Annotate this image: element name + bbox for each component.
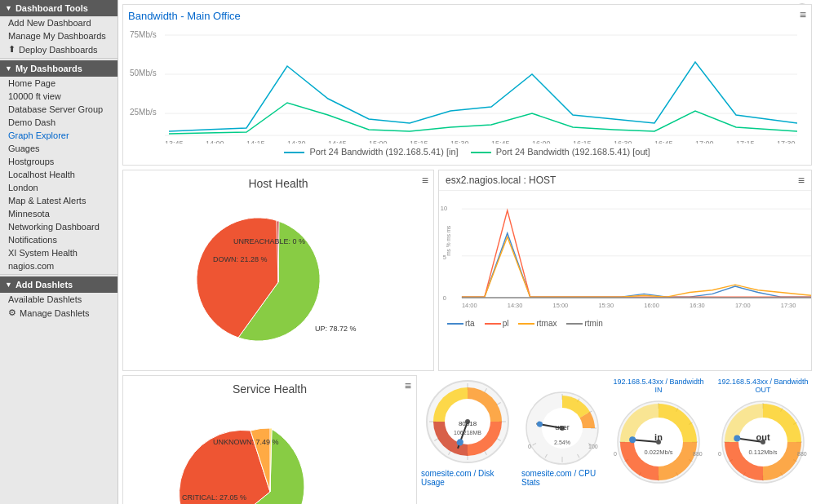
- svg-text:0.022Mb/s: 0.022Mb/s: [644, 449, 672, 456]
- svg-text:in: in: [654, 432, 663, 442]
- sidebar-item-localhost-health[interactable]: Localhost Health: [0, 168, 118, 181]
- bottom-row: Service Health ≡ UNKNOWN: 7.49 % CRITICA…: [122, 375, 812, 504]
- svg-text:14:15: 14:15: [246, 139, 265, 144]
- service-health-title: Service Health: [123, 376, 416, 402]
- esx-panel: esx2.nagios.local : HOST ≡ 10 5 0 ms % m…: [438, 170, 812, 371]
- legend-out-item: Port 24 Bandwidth (192.168.5.41) [out]: [471, 147, 650, 157]
- bandwidth-menu-icon[interactable]: ≡: [800, 8, 806, 21]
- disk-usage-container: 80318 106218MB somesite.com / Disk Usage: [421, 375, 515, 487]
- svg-text:13:45: 13:45: [165, 139, 184, 144]
- svg-text:15:15: 15:15: [410, 139, 428, 144]
- bw-out-title: 192.168.5.43xx / Bandwidth OUT: [714, 378, 812, 394]
- tools-section-label: Dashboard Tools: [16, 3, 88, 13]
- bw-in-gauge-container: in 0 880 0.022Mb/s: [610, 397, 707, 487]
- bw-gauges-row: in 0 880 0.022Mb/s: [610, 397, 812, 487]
- svg-text:0: 0: [718, 451, 721, 457]
- sidebar-item-networking[interactable]: Networking Dashboard: [0, 220, 118, 233]
- sidebar-tools-header: ▼ Dashboard Tools: [0, 0, 118, 16]
- sidebar-item-add-dashboard[interactable]: Add New Dashboard: [0, 16, 118, 29]
- sidebar-item-xi-system[interactable]: XI System Health: [0, 246, 118, 259]
- sidebar-item-hostgroups[interactable]: Hostgroups: [0, 155, 118, 168]
- main-content: ? Bandwidth - Main Office ≡ 75Mb/s 50Mb/…: [118, 0, 816, 504]
- sidebar-my-dashboards-header: ▼ My Dashboards: [0, 60, 118, 77]
- bandwidth-legend: Port 24 Bandwidth (192.168.5.41) [in] Po…: [128, 144, 806, 160]
- top-gauges-row: 80318 106218MB somesite.com / Disk Usage: [421, 375, 812, 487]
- svg-text:DOWN: 21.28 %: DOWN: 21.28 %: [213, 255, 268, 263]
- esx-legend: rta pl rtmax rtmin: [439, 317, 811, 329]
- svg-text:25Mb/s: 25Mb/s: [130, 108, 157, 117]
- bw-gauges-wrapper: 192.168.5.43xx / Bandwidth IN 192.168.5.…: [610, 378, 812, 487]
- host-health-pie-container: UNREACHABLE: 0 % DOWN: 21.28 % UP: 78.72…: [123, 197, 433, 370]
- sidebar-item-minnesota[interactable]: Minnesota: [0, 207, 118, 220]
- svg-text:UNREACHABLE: 0 %: UNREACHABLE: 0 %: [233, 237, 305, 245]
- svg-text:UNKNOWN: 7.49 %: UNKNOWN: 7.49 %: [213, 438, 279, 446]
- bandwidth-title: Bandwidth - Main Office: [128, 10, 806, 22]
- esx-chart-svg: 10 5 0 ms % ms ms 14:00 14:30 15:00 15:3…: [439, 191, 811, 317]
- middle-row: Host Health ≡: [122, 170, 812, 371]
- svg-text:16:00: 16:00: [644, 302, 659, 309]
- esx-title: esx2.nagios.local : HOST: [446, 175, 556, 186]
- deploy-icon: ⬆: [8, 44, 16, 55]
- svg-text:15:00: 15:00: [553, 302, 569, 309]
- sidebar-item-demo-dash[interactable]: Demo Dash: [0, 116, 118, 129]
- sidebar-item-map-alerts[interactable]: Map & Latest Alerts: [0, 194, 118, 207]
- svg-text:15:45: 15:45: [491, 139, 510, 144]
- cpu-stats-link[interactable]: somesite.com / CPU Stats: [521, 469, 603, 487]
- bandwidth-panel: Bandwidth - Main Office ≡ 75Mb/s 50Mb/s …: [122, 4, 812, 166]
- sidebar-item-manage-dashlets[interactable]: ⚙ Manage Dashlets: [0, 306, 118, 320]
- svg-text:14:00: 14:00: [206, 139, 224, 144]
- sidebar-item-notifications[interactable]: Notifications: [0, 233, 118, 246]
- dashlets-arrow-icon: ▼: [5, 281, 12, 289]
- service-health-pie-container: UNKNOWN: 7.49 % CRITICAL: 27.05 % WARNIN…: [123, 402, 416, 504]
- sidebar-divider-2: [0, 274, 118, 275]
- sidebar-item-guages[interactable]: Guages: [0, 142, 118, 155]
- svg-text:15:00: 15:00: [369, 139, 388, 144]
- svg-text:UP: 78.72 %: UP: 78.72 %: [315, 325, 357, 333]
- service-health-menu[interactable]: ≡: [405, 379, 411, 392]
- sidebar-item-deploy-dashboards[interactable]: ⬆ Deploy Dashboards: [0, 42, 118, 56]
- svg-text:15:30: 15:30: [598, 302, 614, 309]
- svg-text:14:30: 14:30: [508, 302, 523, 309]
- sidebar-item-nagios-com[interactable]: nagios.com: [0, 259, 118, 272]
- sidebar-item-graph-explorer[interactable]: Graph Explorer: [0, 129, 118, 142]
- bandwidth-in-line: [169, 62, 797, 131]
- bw-out-gauge-container: out 0 880 0.112Mb/s: [714, 397, 812, 487]
- sidebar-item-home-page[interactable]: Home Page: [0, 77, 118, 90]
- sidebar-item-available-dashlets[interactable]: Available Dashlets: [0, 293, 118, 306]
- service-health-pie: UNKNOWN: 7.49 % CRITICAL: 27.05 % WARNIN…: [164, 410, 376, 504]
- svg-text:out: out: [756, 432, 769, 442]
- svg-text:75Mb/s: 75Mb/s: [130, 30, 157, 39]
- add-dashlets-label: Add Dashlets: [16, 280, 73, 290]
- host-health-pie: UNREACHABLE: 0 % DOWN: 21.28 % UP: 78.72…: [188, 205, 368, 360]
- esx-menu-icon[interactable]: ≡: [798, 174, 805, 187]
- disk-usage-gauge: 80318 106218MB: [421, 375, 515, 469]
- svg-text:0: 0: [443, 294, 446, 302]
- service-health-panel: Service Health ≡ UNKNOWN: 7.49 % CRITICA…: [122, 375, 417, 504]
- svg-text:17:00: 17:00: [695, 139, 714, 144]
- bandwidth-chart-svg: 75Mb/s 50Mb/s 25Mb/s 13:45 14:00 14:15 1…: [128, 25, 797, 144]
- svg-text:16:00: 16:00: [532, 139, 551, 144]
- svg-text:106218MB: 106218MB: [454, 430, 481, 435]
- disk-usage-link[interactable]: somesite.com / Disk Usage: [421, 469, 515, 487]
- host-health-menu[interactable]: ≡: [422, 174, 428, 187]
- svg-text:0: 0: [614, 451, 617, 457]
- legend-rtmax: rtmax: [518, 319, 557, 328]
- bw-in-gauge: in 0 880 0.022Mb/s: [610, 397, 707, 487]
- svg-text:16:30: 16:30: [614, 139, 632, 144]
- sidebar-item-db-server-group[interactable]: Database Server Group: [0, 103, 118, 116]
- sidebar-item-manage-dashboards[interactable]: Manage My Dashboards: [0, 29, 118, 42]
- svg-text:16:45: 16:45: [654, 139, 673, 144]
- cpu-stats-container: user 0 100 2.54% somesite.com / CPU Stat…: [521, 387, 603, 487]
- svg-text:2.54%: 2.54%: [554, 440, 570, 445]
- svg-text:15:30: 15:30: [450, 139, 469, 144]
- bw-titles-row: 192.168.5.43xx / Bandwidth IN 192.168.5.…: [610, 378, 812, 394]
- sidebar-item-10000-ft[interactable]: 10000 ft view: [0, 90, 118, 103]
- svg-text:10: 10: [441, 205, 447, 212]
- manage-dashlets-icon: ⚙: [8, 307, 16, 318]
- my-dashboards-label: My Dashboards: [16, 64, 82, 73]
- legend-in-item: Port 24 Bandwidth (192.168.5.41) [in]: [284, 147, 458, 157]
- svg-text:880: 880: [797, 451, 807, 457]
- svg-text:17:30: 17:30: [777, 139, 796, 144]
- svg-text:0.112Mb/s: 0.112Mb/s: [748, 449, 777, 456]
- sidebar-item-london[interactable]: London: [0, 181, 118, 194]
